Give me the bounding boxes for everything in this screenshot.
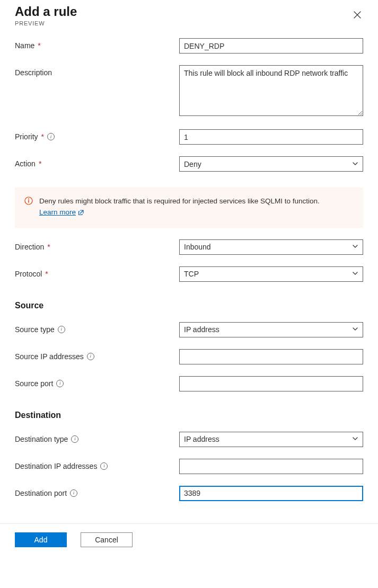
svg-point-1 bbox=[28, 199, 29, 200]
required-marker: * bbox=[45, 270, 48, 278]
info-icon[interactable]: i bbox=[71, 435, 78, 443]
row-name: Name * bbox=[15, 38, 363, 54]
source-type-select[interactable]: IP address bbox=[179, 322, 363, 337]
info-icon[interactable]: i bbox=[56, 380, 64, 387]
learn-more-link[interactable]: Learn more bbox=[39, 207, 84, 218]
destination-type-select[interactable]: IP address bbox=[179, 432, 363, 447]
chevron-down-icon bbox=[352, 160, 358, 168]
direction-select[interactable]: Inbound bbox=[179, 239, 363, 255]
required-marker: * bbox=[39, 159, 41, 168]
chevron-down-icon bbox=[352, 435, 358, 443]
source-ips-label: Source IP addresses i bbox=[15, 349, 179, 361]
row-protocol: Protocol * TCP bbox=[15, 266, 363, 282]
warning-text: Deny rules might block traffic that is r… bbox=[39, 196, 354, 218]
action-label: Action * bbox=[15, 156, 179, 168]
row-action: Action * Deny bbox=[15, 156, 363, 172]
description-label-text: Description bbox=[15, 68, 52, 77]
required-marker: * bbox=[41, 132, 44, 141]
priority-label-text: Priority bbox=[15, 132, 38, 141]
cancel-button[interactable]: Cancel bbox=[81, 532, 133, 547]
row-description: Description This rule will block all inb… bbox=[15, 65, 363, 118]
protocol-value: TCP bbox=[184, 270, 199, 278]
required-marker: * bbox=[38, 41, 40, 50]
destination-section-heading: Destination bbox=[15, 411, 363, 420]
direction-label-text: Direction bbox=[15, 243, 44, 251]
info-icon[interactable]: i bbox=[70, 489, 77, 497]
destination-ips-label: Destination IP addresses i bbox=[15, 459, 179, 470]
destination-ips-input[interactable] bbox=[179, 459, 363, 474]
priority-label: Priority * i bbox=[15, 129, 179, 141]
source-port-label: Source port i bbox=[15, 376, 179, 388]
row-source-port: Source port i bbox=[15, 376, 363, 391]
source-port-label-text: Source port bbox=[15, 379, 53, 388]
name-label-text: Name bbox=[15, 41, 34, 50]
destination-port-input[interactable] bbox=[179, 486, 363, 501]
row-destination-ips: Destination IP addresses i bbox=[15, 459, 363, 474]
title-block: Add a rule PREVIEW bbox=[15, 4, 77, 26]
row-direction: Direction * Inbound bbox=[15, 239, 363, 255]
required-marker: * bbox=[47, 243, 50, 251]
source-port-input[interactable] bbox=[179, 376, 363, 391]
info-warning-icon bbox=[24, 197, 33, 205]
action-select[interactable]: Deny bbox=[179, 156, 363, 172]
source-type-value: IP address bbox=[184, 325, 219, 334]
action-value: Deny bbox=[184, 160, 201, 168]
name-input[interactable] bbox=[179, 38, 363, 54]
panel-subtitle: PREVIEW bbox=[15, 20, 77, 26]
svg-rect-2 bbox=[28, 200, 29, 203]
info-icon[interactable]: i bbox=[47, 133, 55, 140]
priority-input[interactable] bbox=[179, 129, 363, 145]
row-source-type: Source type i IP address bbox=[15, 322, 363, 337]
destination-type-value: IP address bbox=[184, 435, 219, 443]
action-label-text: Action bbox=[15, 159, 36, 168]
description-label: Description bbox=[15, 65, 179, 77]
row-destination-port: Destination port i bbox=[15, 486, 363, 501]
add-button[interactable]: Add bbox=[15, 532, 67, 547]
close-icon bbox=[354, 10, 361, 20]
panel-title: Add a rule bbox=[15, 4, 77, 19]
source-ips-label-text: Source IP addresses bbox=[15, 352, 84, 361]
direction-label: Direction * bbox=[15, 239, 179, 251]
chevron-down-icon bbox=[352, 270, 358, 278]
info-icon[interactable]: i bbox=[87, 353, 94, 360]
learn-more-text: Learn more bbox=[39, 207, 76, 218]
description-input[interactable]: This rule will block all inbound RDP net… bbox=[179, 65, 363, 116]
deny-warning-bar: Deny rules might block traffic that is r… bbox=[15, 188, 363, 228]
info-icon[interactable]: i bbox=[100, 462, 108, 470]
destination-port-label-text: Destination port bbox=[15, 489, 67, 497]
destination-port-label: Destination port i bbox=[15, 486, 179, 497]
name-label: Name * bbox=[15, 38, 179, 50]
protocol-label: Protocol * bbox=[15, 266, 179, 278]
destination-ips-label-text: Destination IP addresses bbox=[15, 462, 97, 470]
warning-text-prefix: Deny rules might block traffic that is r… bbox=[39, 197, 320, 205]
protocol-select[interactable]: TCP bbox=[179, 266, 363, 282]
source-type-label-text: Source type bbox=[15, 325, 55, 334]
row-source-ips: Source IP addresses i bbox=[15, 349, 363, 364]
info-icon[interactable]: i bbox=[58, 326, 65, 333]
direction-value: Inbound bbox=[184, 243, 211, 251]
chevron-down-icon bbox=[352, 325, 358, 334]
source-ips-input[interactable] bbox=[179, 349, 363, 364]
external-link-icon bbox=[78, 207, 84, 218]
protocol-label-text: Protocol bbox=[15, 270, 42, 278]
row-priority: Priority * i bbox=[15, 129, 363, 145]
chevron-down-icon bbox=[352, 243, 358, 251]
panel-header: Add a rule PREVIEW bbox=[15, 4, 363, 26]
source-type-label: Source type i bbox=[15, 322, 179, 334]
destination-type-label: Destination type i bbox=[15, 432, 179, 443]
destination-type-label-text: Destination type bbox=[15, 435, 68, 443]
source-section-heading: Source bbox=[15, 301, 363, 310]
row-destination-type: Destination type i IP address bbox=[15, 432, 363, 447]
footer: Add Cancel bbox=[0, 523, 378, 560]
close-button[interactable] bbox=[351, 7, 363, 22]
